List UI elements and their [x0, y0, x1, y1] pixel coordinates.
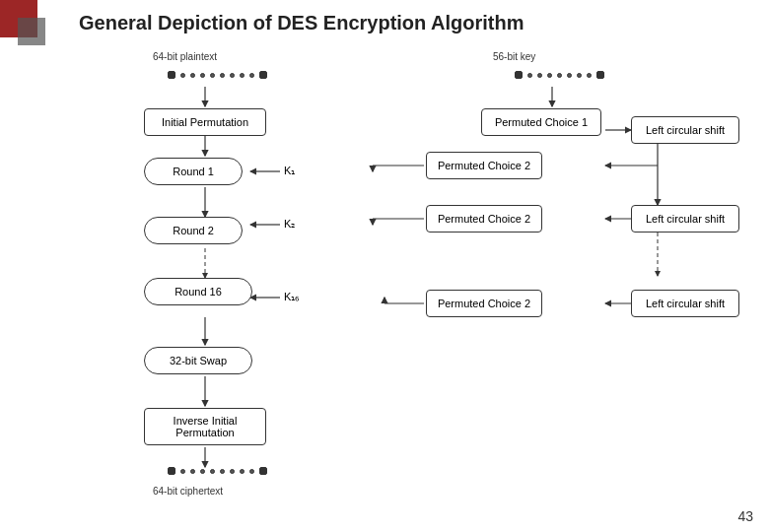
perm-choice2b-box: Permuted Choice 2 — [426, 205, 542, 233]
left-shift3-box: Left circular shift — [631, 290, 739, 317]
key-label: 56-bit key — [493, 51, 535, 62]
inverse-perm-box: Inverse Initial Permutation — [144, 408, 266, 445]
page-title: General Depiction of DES Encryption Algo… — [79, 12, 524, 34]
diagram: 64-bit plaintext Initial Permutation Rou… — [59, 49, 710, 512]
perm-choice2c-box: Permuted Choice 2 — [426, 290, 542, 317]
k2-label: K₂ — [284, 218, 295, 231]
corner-decoration — [0, 0, 69, 49]
k1-label: K₁ — [284, 165, 295, 177]
left-shift1-box: Left circular shift — [631, 116, 739, 144]
k16-label: K₁₆ — [284, 291, 299, 303]
round1-box: Round 1 — [144, 158, 243, 185]
perm-choice2a-box: Permuted Choice 2 — [426, 152, 542, 179]
left-shift2-box: Left circular shift — [631, 205, 739, 233]
ciphertext-label: 64-bit ciphertext — [153, 486, 223, 497]
round2-box: Round 2 — [144, 217, 243, 244]
page-number: 43 — [737, 508, 753, 524]
plaintext-label: 64-bit plaintext — [153, 51, 217, 62]
perm-choice1-box: Permuted Choice 1 — [481, 108, 601, 136]
round16-box: Round 16 — [144, 278, 252, 305]
key-dots — [515, 71, 604, 79]
initial-permutation-box: Initial Permutation — [144, 108, 266, 136]
ciphertext-dots — [168, 467, 267, 475]
plaintext-dots — [168, 71, 267, 79]
swap-box: 32-bit Swap — [144, 347, 252, 374]
